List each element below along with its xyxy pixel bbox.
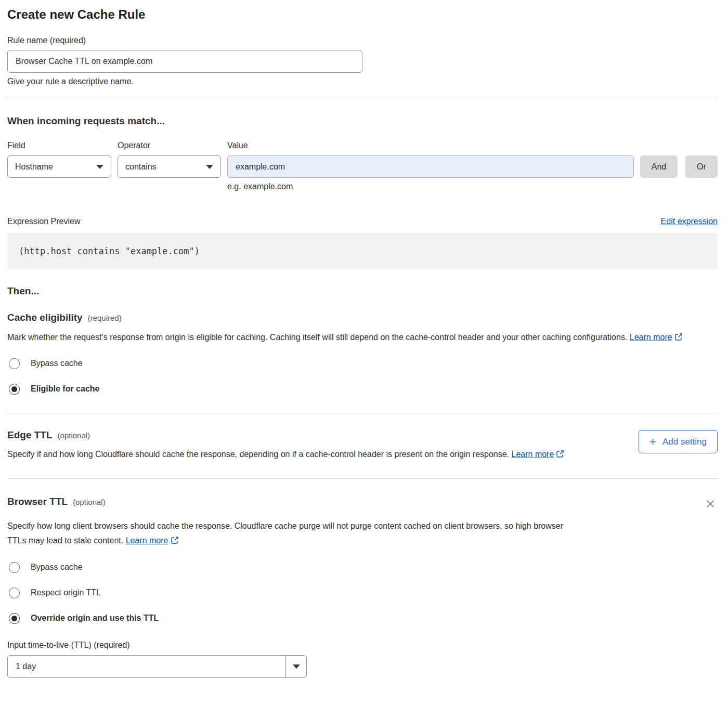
- then-heading: Then...: [7, 285, 718, 297]
- browser-ttl-description-text: Specify how long client browsers should …: [7, 522, 563, 545]
- expression-preview-label: Expression Preview: [7, 216, 81, 226]
- match-heading: When incoming requests match...: [7, 115, 718, 127]
- edit-expression-link[interactable]: Edit expression: [661, 217, 718, 226]
- field-select-value: Hostname: [15, 162, 53, 172]
- radio-icon: [9, 588, 20, 598]
- edge-ttl-description-text: Specify if and how long Cloudflare shoul…: [7, 450, 509, 459]
- ttl-input-label: Input time-to-live (TTL) (required): [7, 640, 718, 650]
- browser-ttl-radio-group: Bypass cache Respect origin TTL Override…: [7, 561, 718, 624]
- browser-ttl-learn-more-link[interactable]: Learn more: [126, 536, 168, 545]
- radio-icon: [9, 613, 20, 624]
- field-label: Field: [7, 140, 111, 150]
- plus-icon: +: [649, 436, 656, 448]
- cache-eligibility-radio-group: Bypass cache Eligible for cache: [7, 357, 718, 395]
- close-icon: [705, 499, 716, 509]
- and-button[interactable]: And: [640, 155, 678, 178]
- optional-badge: (optional): [73, 498, 106, 506]
- edge-ttl-text-block: Edge TTL (optional) Specify if and how l…: [7, 429, 564, 463]
- browser-ttl-description: Specify how long client browsers should …: [7, 519, 579, 549]
- operator-select-value: contains: [125, 162, 157, 172]
- external-link-icon: [171, 534, 179, 549]
- radio-bypass-cache[interactable]: Bypass cache: [7, 357, 718, 370]
- or-button[interactable]: Or: [685, 155, 718, 178]
- add-setting-label: Add setting: [662, 437, 707, 447]
- radio-eligible-for-cache[interactable]: Eligible for cache: [7, 383, 718, 395]
- cache-eligibility-title: Cache eligibility: [7, 311, 83, 323]
- external-link-icon: [674, 331, 683, 346]
- cache-eligibility-learn-more-link[interactable]: Learn more: [630, 333, 672, 342]
- page-title: Create new Cache Rule: [7, 7, 718, 22]
- value-label: Value: [227, 140, 634, 150]
- radio-label: Bypass cache: [31, 561, 83, 573]
- operator-column: Operator contains: [118, 140, 221, 178]
- edge-ttl-heading-row: Edge TTL (optional) Specify if and how l…: [7, 429, 718, 463]
- ttl-select-value: 1 day: [8, 656, 285, 677]
- ttl-select[interactable]: 1 day: [7, 655, 307, 678]
- required-badge: (required): [88, 314, 122, 322]
- value-column: Value e.g. example.com: [227, 140, 634, 191]
- radio-label: Override origin and use this TTL: [31, 612, 159, 624]
- close-browser-ttl-button[interactable]: [703, 497, 718, 513]
- cache-eligibility-description: Mark whether the request’s response from…: [7, 330, 718, 346]
- operator-select[interactable]: contains: [118, 155, 221, 178]
- value-helper: e.g. example.com: [227, 181, 634, 191]
- expression-code: (http.host contains "example.com"): [7, 233, 718, 269]
- create-cache-rule-form: Create new Cache Rule Rule name (require…: [0, 0, 728, 687]
- chevron-down-icon: [293, 664, 300, 669]
- ttl-select-arrow[interactable]: [285, 656, 306, 677]
- cache-eligibility-heading: Cache eligibility (required): [7, 311, 122, 323]
- external-link-icon: [556, 448, 564, 463]
- rule-name-input[interactable]: [7, 50, 362, 73]
- match-condition-row: Field Hostname Operator contains Value e…: [7, 140, 718, 191]
- field-select[interactable]: Hostname: [7, 155, 111, 178]
- browser-ttl-heading: Browser TTL (optional): [7, 496, 106, 507]
- edge-ttl-heading: Edge TTL (optional): [7, 429, 564, 441]
- radio-label: Bypass cache: [31, 357, 83, 370]
- cache-eligibility-description-text: Mark whether the request’s response from…: [7, 333, 627, 342]
- chevron-down-icon: [206, 165, 213, 169]
- radio-icon: [9, 562, 20, 573]
- radio-label: Respect origin TTL: [31, 586, 101, 599]
- field-column: Field Hostname: [7, 140, 111, 178]
- chevron-down-icon: [96, 165, 103, 169]
- expression-preview-row: Expression Preview Edit expression: [7, 216, 718, 226]
- browser-ttl-title: Browser TTL: [7, 496, 68, 507]
- divider: [7, 478, 718, 479]
- edge-ttl-learn-more-link[interactable]: Learn more: [512, 450, 554, 459]
- radio-bypass-cache[interactable]: Bypass cache: [7, 561, 718, 573]
- divider: [7, 97, 718, 97]
- browser-ttl-heading-row: Browser TTL (optional): [7, 496, 718, 513]
- add-setting-button[interactable]: + Add setting: [639, 430, 718, 453]
- value-input[interactable]: [227, 155, 634, 178]
- radio-label: Eligible for cache: [31, 383, 99, 395]
- andor-buttons: And Or: [640, 140, 718, 178]
- cache-eligibility-heading-row: Cache eligibility (required): [7, 311, 718, 323]
- rule-name-label: Rule name (required): [7, 35, 718, 45]
- divider: [7, 413, 718, 413]
- radio-override-origin-ttl[interactable]: Override origin and use this TTL: [7, 612, 718, 624]
- radio-respect-origin-ttl[interactable]: Respect origin TTL: [7, 586, 718, 599]
- operator-label: Operator: [118, 140, 221, 150]
- edge-ttl-description: Specify if and how long Cloudflare shoul…: [7, 447, 564, 463]
- radio-icon: [9, 384, 20, 395]
- edge-ttl-title: Edge TTL: [7, 429, 53, 441]
- rule-name-helper: Give your rule a descriptive name.: [7, 76, 718, 86]
- optional-badge: (optional): [58, 431, 90, 440]
- radio-icon: [9, 358, 20, 369]
